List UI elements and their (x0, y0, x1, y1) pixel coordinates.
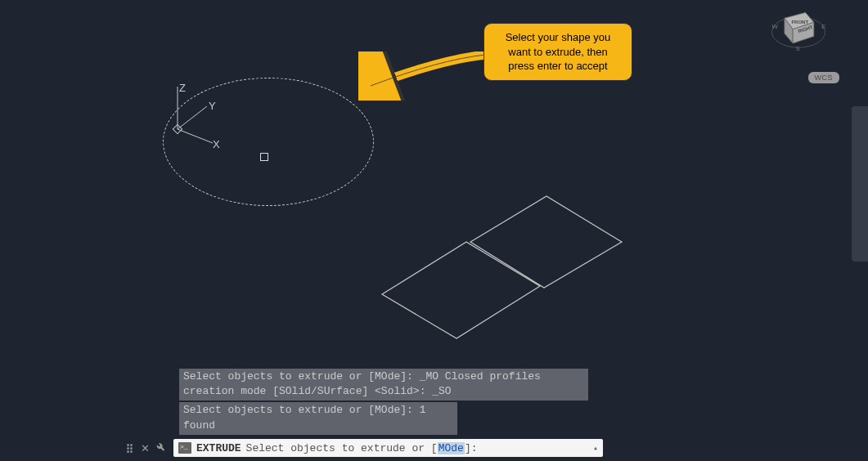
rectangle-2[interactable] (470, 196, 622, 288)
command-prompt-icon (178, 442, 191, 454)
ucs-icon (168, 82, 225, 147)
instruction-callout: Select your shape you want to extrude, t… (483, 23, 632, 81)
navigation-bar[interactable] (852, 106, 868, 262)
prompt-prefix: Select objects to extrude or [ (246, 442, 438, 454)
svg-line-5 (178, 106, 207, 129)
prompt-suffix: ]: (465, 442, 478, 454)
viewcube-container: FRONT RIGHT S E W (762, 0, 843, 82)
compass-e: E (821, 23, 825, 30)
svg-line-4 (178, 129, 213, 143)
command-prompt-text: Select objects to extrude or [MOde]: (246, 442, 478, 454)
ucs-z-label: Z (179, 82, 186, 94)
callout-arrow-icon (358, 51, 493, 101)
ucs-x-label: X (213, 138, 220, 150)
callout-text: Select your shape you want to extrude, t… (506, 31, 611, 72)
command-option[interactable]: MOde (438, 442, 465, 454)
cursor-pickbox (260, 153, 268, 161)
ucs-y-label: Y (209, 100, 216, 112)
rectangle-1[interactable] (382, 242, 540, 338)
command-history: Select objects to extrude or [MOde]: _MO… (179, 369, 588, 435)
viewcube[interactable]: FRONT RIGHT S E W (770, 4, 827, 53)
wcs-badge[interactable]: WCS (808, 72, 840, 83)
command-input[interactable]: EXTRUDE Select objects to extrude or [MO… (173, 439, 603, 457)
expand-history-icon[interactable]: ▴ (593, 443, 598, 453)
svg-rect-7 (173, 124, 182, 133)
viewcube-face-front: FRONT (791, 20, 808, 25)
customize-icon[interactable] (155, 441, 166, 455)
drag-grip-icon[interactable] (127, 439, 135, 457)
compass-s: S (796, 45, 800, 52)
active-command-name: EXTRUDE (196, 442, 241, 454)
command-history-line: Select objects to extrude or [MOde]: 1 f… (179, 402, 457, 435)
command-history-line: Select objects to extrude or [MOde]: _MO… (179, 369, 588, 401)
close-icon[interactable]: ✕ (141, 442, 150, 454)
command-bar: ✕ EXTRUDE Select objects to extrude or [… (127, 438, 603, 458)
selected-ellipse[interactable] (163, 78, 374, 206)
compass-w: W (771, 23, 778, 30)
